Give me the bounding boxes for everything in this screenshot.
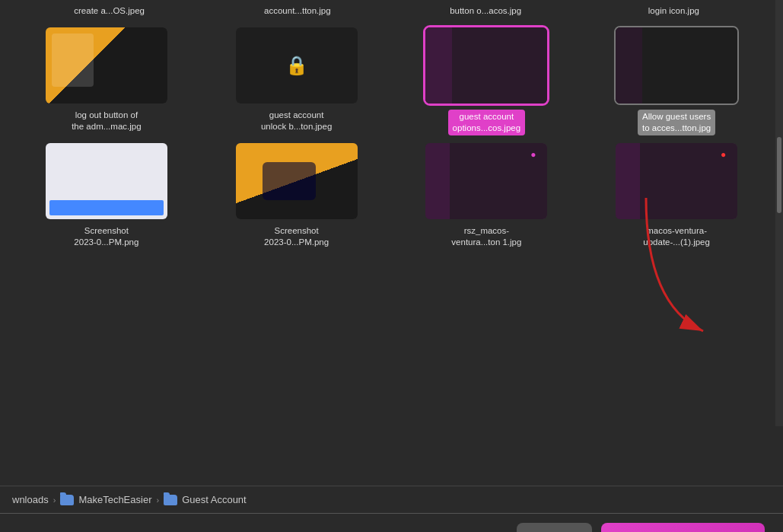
breadcrumb-folder-icon-1 [60, 495, 74, 505]
action-bar: Cancel Import Files to the Vault [0, 513, 783, 532]
breadcrumb-chevron-2: › [156, 495, 159, 505]
grid-item-screenshot1[interactable]: Screenshot 2023-0...PM.png [15, 143, 198, 248]
grid-label-guest-unlock: guest account unlock b...ton.jpeg [261, 110, 332, 132]
grid-label-3: login icon.jpg [580, 6, 768, 15]
grid-label-rsz: rsz_macos- ventura...ton 1.jpg [451, 225, 521, 248]
import-button[interactable]: Import Files to the Vault [601, 523, 765, 532]
grid-item-allow-guest[interactable]: Allow guest users to acces...tton.jpg [585, 27, 768, 135]
breadcrumb-guest-account: Guest Account [182, 494, 247, 505]
cancel-button[interactable]: Cancel [517, 523, 593, 532]
grid-item-screenshot2[interactable]: Screenshot 2023-0...PM.png [205, 143, 388, 248]
grid-label-macos: macos-ventura- update-...(1).jpeg [643, 225, 710, 248]
grid-item-macos[interactable]: macos-ventura- update-...(1).jpeg [585, 143, 768, 248]
grid-label-guest-options: guest account options...cos.jpeg [448, 110, 526, 135]
scrollbar-thumb[interactable] [777, 137, 781, 213]
main-area: create a...OS.jpeg account...tton.jpg bu… [0, 0, 783, 486]
breadcrumb-downloads: wnloads [12, 494, 49, 505]
grid-item-guest-options[interactable]: guest account options...cos.jpeg [396, 27, 578, 135]
grid-item-rsz[interactable]: rsz_macos- ventura...ton 1.jpg [396, 143, 578, 248]
grid-label-screenshot1: Screenshot 2023-0...PM.png [74, 225, 138, 248]
grid-label-log-out: log out button of the adm...mac.jpg [72, 110, 141, 132]
grid-item-log-out[interactable]: log out button of the adm...mac.jpg [15, 27, 198, 135]
grid-label-screenshot2: Screenshot 2023-0...PM.png [264, 225, 329, 248]
grid-label-1: account...tton.jpg [203, 6, 391, 15]
breadcrumb-make-tech-easier: MakeTechEasier [78, 494, 151, 505]
grid-item-guest-unlock[interactable]: guest account unlock b...ton.jpeg [205, 27, 388, 135]
breadcrumb-folder-icon-2 [164, 495, 177, 505]
scrollbar-track[interactable] [775, 0, 783, 426]
grid-label-allow-guest: Allow guest users to acces...tton.jpg [638, 110, 715, 135]
breadcrumb-bar: wnloads › MakeTechEasier › Guest Account [0, 486, 783, 513]
grid-label-0: create a...OS.jpeg [15, 6, 203, 15]
grid-label-2: button o...acos.jpg [392, 6, 580, 15]
breadcrumb-chevron-1: › [53, 495, 56, 505]
